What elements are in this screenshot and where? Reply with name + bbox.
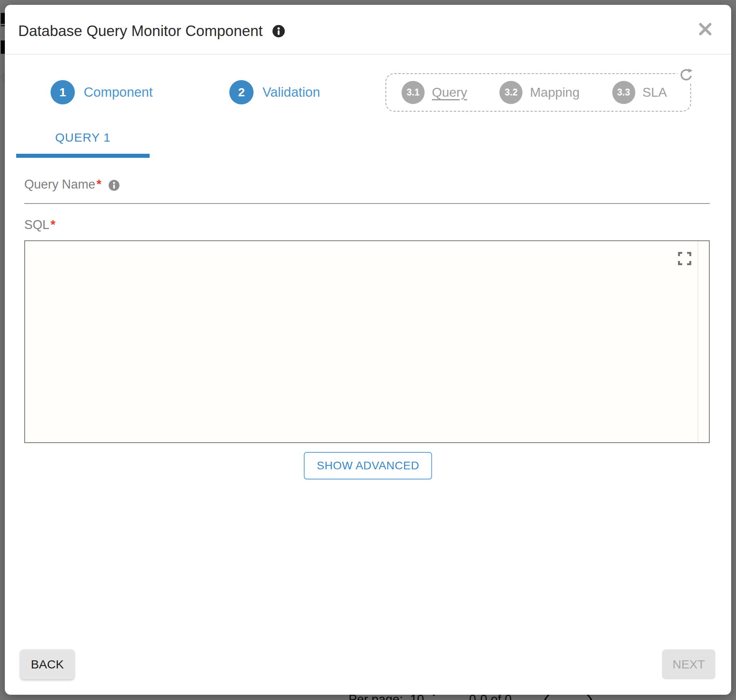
required-asterisk: * [51,218,55,232]
substep-number-badge: 3.3 [612,81,635,104]
tab-query-1[interactable]: QUERY 1 [16,121,150,158]
step-label: Component [84,85,153,100]
step-number-badge: 2 [229,80,254,104]
header-divider [5,54,731,55]
sql-label: SQL [24,218,49,232]
step-component[interactable]: 1 Component [51,80,153,104]
sql-input[interactable] [25,241,709,442]
modal-title: Database Query Monitor Component [18,23,263,40]
modal-header: Database Query Monitor Component [18,23,286,40]
substep-query[interactable]: 3.1 Query [402,81,467,104]
editor-scrollbar-gutter [698,241,698,442]
sql-label-row: SQL * [24,218,55,232]
close-icon [698,22,713,38]
info-icon[interactable] [272,24,286,38]
back-button[interactable]: BACK [20,649,74,679]
substep-label: SLA [643,85,667,100]
substep-sla: 3.3 SLA [612,81,667,104]
tab-label: QUERY 1 [55,131,111,144]
step-label: Validation [262,85,320,100]
next-button[interactable]: NEXT [662,649,715,679]
fullscreen-icon [678,252,692,267]
substep-mapping: 3.2 Mapping [499,81,579,104]
step-number-badge: 1 [51,80,75,104]
refresh-button[interactable] [677,66,695,84]
refresh-icon [679,67,694,83]
database-query-monitor-modal: Database Query Monitor Component 1 C [5,5,731,695]
sql-editor[interactable] [24,240,710,443]
step-validation[interactable]: 2 Validation [229,80,320,104]
close-button[interactable] [697,21,713,38]
query-name-input[interactable] [24,189,710,204]
substep-label: Mapping [530,85,579,100]
substep-number-badge: 3.2 [499,81,522,104]
screen: Per page: 10 0-0 of 0 Database Query Mon… [0,0,736,700]
fullscreen-button[interactable] [677,252,692,266]
substep-label: Query [432,85,467,100]
substep-number-badge: 3.1 [402,81,425,104]
show-advanced-button[interactable]: SHOW ADVANCED [304,452,432,479]
substep-group: 3.1 Query 3.2 Mapping 3.3 SLA [385,73,691,112]
